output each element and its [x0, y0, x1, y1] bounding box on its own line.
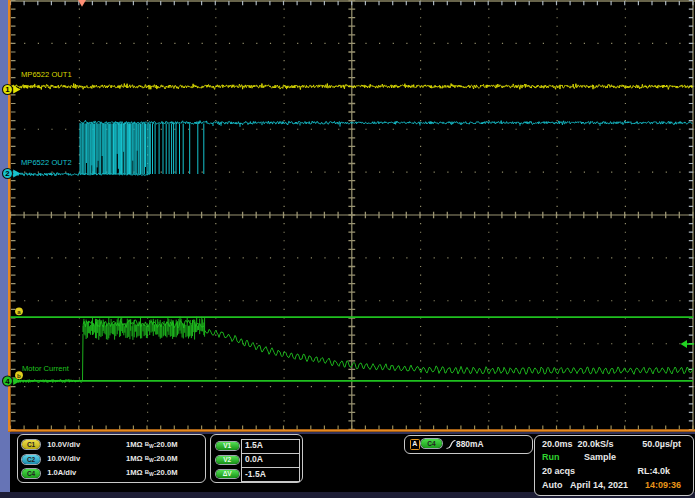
svg-text:Motor Current: Motor Current	[22, 364, 70, 373]
svg-text:2: 2	[5, 169, 10, 178]
svg-text:MP6522 OUT2: MP6522 OUT2	[21, 158, 72, 167]
svg-text:b: b	[17, 372, 21, 379]
svg-text:a: a	[17, 308, 21, 315]
svg-text:1: 1	[5, 85, 10, 94]
svg-text:MP6522 OUT1: MP6522 OUT1	[21, 70, 72, 79]
svg-text:4: 4	[5, 377, 10, 386]
